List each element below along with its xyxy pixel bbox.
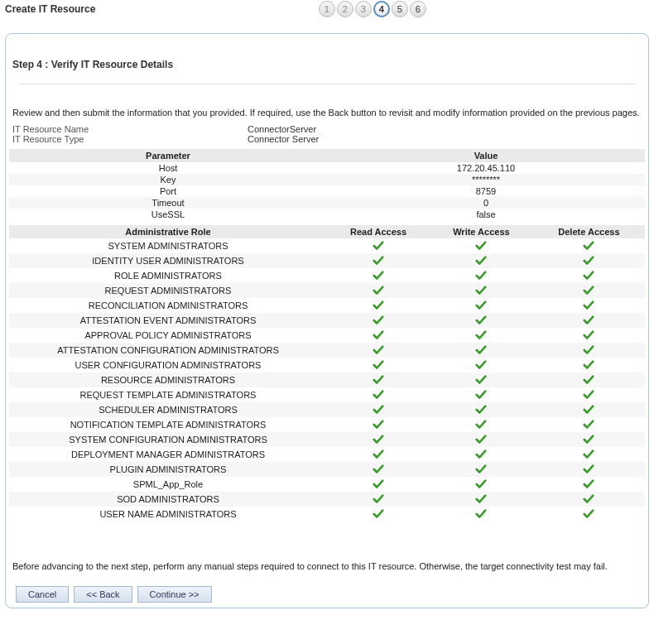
param-row: UseSSLfalse — [9, 209, 645, 220]
role-del-cell — [533, 372, 645, 387]
intro-text: Review and then submit the information t… — [9, 108, 645, 124]
check-icon — [583, 508, 594, 518]
check-icon — [475, 240, 487, 250]
role-del-cell — [533, 432, 645, 447]
role-read-cell — [327, 328, 430, 343]
check-icon — [373, 359, 384, 369]
role-write-cell — [430, 507, 533, 521]
role-row: PLUGIN ADMINISTRATORS — [9, 462, 645, 477]
check-icon — [475, 389, 487, 399]
role-write-cell — [430, 238, 533, 253]
role-write-cell — [430, 328, 533, 343]
role-read-cell — [327, 477, 430, 492]
check-icon — [373, 329, 384, 339]
check-icon — [583, 359, 594, 369]
check-icon — [373, 240, 384, 250]
role-write-cell — [430, 462, 533, 477]
role-row: REQUEST ADMINISTRATORS — [9, 283, 645, 298]
resource-type-label: IT Resource Type — [12, 134, 248, 144]
param-name: Host — [9, 162, 327, 174]
resource-type-value: Connector Server — [248, 134, 642, 144]
role-read-cell — [327, 447, 430, 462]
role-del-cell — [533, 507, 645, 521]
wizard-step-3[interactable]: 3 — [355, 1, 372, 17]
check-icon — [475, 478, 487, 488]
check-icon — [373, 270, 384, 280]
role-del-cell — [533, 343, 645, 358]
check-icon — [583, 300, 594, 310]
param-value: 172.20.45.110 — [327, 162, 645, 174]
role-write-cell — [430, 402, 533, 417]
role-name: APPROVAL POLICY ADMINISTRATORS — [9, 328, 327, 343]
role-read-cell — [327, 417, 430, 432]
role-del-cell — [533, 492, 645, 507]
role-name: SCHEDULER ADMINISTRATORS — [9, 402, 327, 417]
check-icon — [475, 464, 487, 473]
role-row: SYSTEM ADMINISTRATORS — [9, 238, 645, 253]
check-icon — [583, 255, 594, 265]
role-name: PLUGIN ADMINISTRATORS — [9, 462, 327, 477]
wizard-steps: 123456 — [95, 1, 649, 17]
check-icon — [583, 315, 594, 324]
role-name: SOD ADMINISTRATORS — [9, 492, 327, 507]
check-icon — [475, 508, 487, 518]
check-icon — [373, 255, 384, 265]
wizard-step-2[interactable]: 2 — [337, 1, 353, 17]
check-icon — [475, 285, 487, 295]
role-del-cell — [533, 447, 645, 462]
role-row: SPML_App_Role — [9, 477, 645, 492]
param-row: Port8759 — [9, 185, 645, 197]
role-row: ATTESTATION CONFIGURATION ADMINISTRATORS — [9, 343, 645, 358]
role-name: USER NAME ADMINISTRATORS — [9, 507, 327, 521]
role-header-read: Read Access — [327, 225, 430, 238]
role-header-write: Write Access — [430, 225, 533, 238]
step-heading: Step 4 : Verify IT Resource Details — [9, 39, 645, 74]
role-del-cell — [533, 402, 645, 417]
role-read-cell — [327, 283, 430, 298]
role-read-cell — [327, 238, 430, 253]
check-icon — [475, 255, 487, 265]
check-icon — [373, 419, 384, 429]
check-icon — [373, 285, 384, 295]
role-read-cell — [327, 313, 430, 328]
parameter-table: Parameter Value Host172.20.45.110Key****… — [9, 149, 645, 220]
param-value: false — [327, 209, 645, 220]
role-name: REQUEST TEMPLATE ADMINISTRATORS — [9, 387, 327, 402]
check-icon — [373, 374, 384, 384]
role-read-cell — [327, 432, 430, 447]
wizard-step-4: 4 — [373, 1, 390, 17]
check-icon — [475, 449, 487, 459]
role-name: ROLE ADMINISTRATORS — [9, 268, 327, 283]
role-read-cell — [327, 253, 430, 268]
role-del-cell — [533, 358, 645, 372]
check-icon — [583, 285, 594, 295]
check-icon — [583, 344, 594, 354]
role-del-cell — [533, 268, 645, 283]
wizard-step-1[interactable]: 1 — [319, 1, 335, 17]
role-header-delete: Delete Access — [533, 225, 645, 238]
check-icon — [373, 434, 384, 444]
role-write-cell — [430, 313, 533, 328]
role-read-cell — [327, 402, 430, 417]
back-button[interactable]: << Back — [74, 586, 132, 603]
check-icon — [583, 329, 594, 339]
cancel-button[interactable]: Cancel — [16, 586, 69, 603]
role-name: DEPLOYMENT MANAGER ADMINISTRATORS — [9, 447, 327, 462]
role-write-cell — [430, 268, 533, 283]
page-title: Create IT Resource — [5, 3, 95, 15]
footnote: Before advancing to the next step, perfo… — [9, 521, 645, 579]
check-icon — [583, 270, 594, 280]
resource-name-label: IT Resource Name — [12, 124, 248, 134]
role-read-cell — [327, 268, 430, 283]
check-icon — [373, 300, 384, 310]
role-del-cell — [533, 253, 645, 268]
role-write-cell — [430, 358, 533, 372]
check-icon — [583, 389, 594, 399]
role-name: RESOURCE ADMINISTRATORS — [9, 372, 327, 387]
continue-button[interactable]: Continue >> — [137, 586, 212, 603]
separator — [19, 84, 635, 84]
check-icon — [475, 404, 487, 414]
role-del-cell — [533, 298, 645, 313]
param-header-parameter: Parameter — [9, 149, 327, 162]
check-icon — [475, 493, 487, 503]
